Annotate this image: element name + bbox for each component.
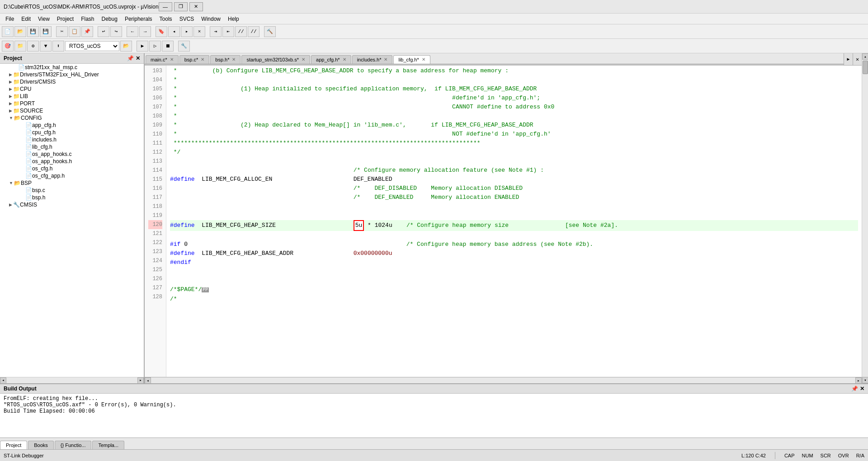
load-button[interactable]: ⬆ xyxy=(52,41,64,52)
scroll-up-button[interactable]: ▴ xyxy=(862,53,868,60)
tab-app-cfg-h[interactable]: app_cfg.h* ✕ xyxy=(311,55,351,64)
tab-main-c[interactable]: main.c* ✕ xyxy=(146,55,179,64)
tab-project[interactable]: Project xyxy=(0,441,27,449)
new-file-button[interactable]: 📄 xyxy=(2,26,14,37)
tree-item-lib[interactable]: ▶ 📁 LIB xyxy=(0,93,144,100)
tree-item-os-app-hooks-h[interactable]: 📄 os_app_hooks.h xyxy=(0,158,144,165)
tab-bsp-c[interactable]: bsp.c* ✕ xyxy=(179,55,210,64)
tab-scroll-right[interactable]: ▶ xyxy=(844,53,853,65)
close-button[interactable]: ✕ xyxy=(189,2,203,11)
menu-flash[interactable]: Flash xyxy=(77,15,98,23)
open-file-button[interactable]: 📂 xyxy=(14,26,26,37)
menu-file[interactable]: File xyxy=(2,15,18,23)
vertical-scrollbar[interactable]: ▴ ▾ xyxy=(862,53,868,383)
tree-item-lib-cfg-h[interactable]: 📄 lib_cfg.h xyxy=(0,143,144,151)
tree-item-drivers-hal[interactable]: ▶ 📁 Drivers/STM32F1xx_HAL_Driver xyxy=(0,71,144,78)
save-file-button[interactable]: 💾 xyxy=(27,26,39,37)
tab-includes-h[interactable]: includes.h* ✕ xyxy=(352,55,393,64)
cut-button[interactable]: ✂ xyxy=(56,26,68,37)
scroll-right-button[interactable]: ▸ xyxy=(137,377,144,384)
menu-view[interactable]: View xyxy=(34,15,53,23)
scroll-left-button[interactable]: ◂ xyxy=(145,377,151,384)
tree-item-stm32[interactable]: 📄 stm32f1xx_hal_msp.c xyxy=(0,64,144,71)
scroll-down-button[interactable]: ▾ xyxy=(862,377,868,383)
tree-item-config[interactable]: ▼ 📂 CONFIG xyxy=(0,114,144,122)
close-icon[interactable]: ✕ xyxy=(302,57,305,62)
copy-button[interactable]: 📋 xyxy=(69,26,80,37)
unindent-button[interactable]: ⇤ xyxy=(222,26,234,37)
target-options-button[interactable]: 🔧 xyxy=(178,41,190,52)
tree-item-os-cfg-h[interactable]: 📄 os_cfg.h xyxy=(0,165,144,172)
project-close-icon[interactable]: ✕ xyxy=(136,55,140,61)
tab-functions[interactable]: {} Functio... xyxy=(55,441,92,449)
tab-templates[interactable]: Templa... xyxy=(92,441,124,449)
tree-item-cmsis-end[interactable]: ▶ 🔧 CMSIS xyxy=(0,201,144,208)
scroll-left-button[interactable]: ◂ xyxy=(0,377,6,384)
settings-button[interactable]: ⚙ xyxy=(27,41,39,52)
manage-button[interactable]: 📂 xyxy=(120,41,132,52)
menu-edit[interactable]: Edit xyxy=(18,15,34,23)
dropdown-arrow-button[interactable]: ▼ xyxy=(40,41,52,52)
close-icon[interactable]: ✕ xyxy=(201,57,204,62)
minimize-button[interactable]: — xyxy=(159,2,172,11)
save-all-button[interactable]: 💾 xyxy=(40,26,52,37)
tab-close-all-button[interactable]: ✕ xyxy=(853,53,862,65)
menu-peripherals[interactable]: Peripherals xyxy=(121,15,156,23)
tree-item-os-cfg-app-h[interactable]: 📄 os_cfg_app.h xyxy=(0,172,144,179)
next-bookmark-button[interactable]: ▸ xyxy=(181,26,193,37)
menu-project[interactable]: Project xyxy=(53,15,77,23)
tab-lib-cfg-h[interactable]: lib_cfg.h* ✕ xyxy=(393,55,430,65)
tree-item-includes-h[interactable]: 📄 includes.h xyxy=(0,136,144,143)
stop-button[interactable]: ⏹ xyxy=(162,41,174,52)
menu-window[interactable]: Window xyxy=(198,15,224,23)
tree-item-port[interactable]: ▶ 📁 PORT xyxy=(0,100,144,107)
build-button[interactable]: 🔨 xyxy=(264,26,276,37)
build-close-icon[interactable]: ✕ xyxy=(860,386,864,392)
scroll-thumb[interactable] xyxy=(863,61,868,74)
maximize-button[interactable]: ❐ xyxy=(174,2,188,11)
bookmark-button[interactable]: 🔖 xyxy=(156,26,167,37)
debug-start-button[interactable]: ▶ xyxy=(137,41,148,52)
nav-back-button[interactable]: ← xyxy=(127,26,138,37)
tree-item-bsp[interactable]: ▼ 📂 BSP xyxy=(0,179,144,187)
target-button[interactable]: 🎯 xyxy=(2,41,14,52)
menu-svcs[interactable]: SVCS xyxy=(176,15,198,23)
tree-item-bsp-c[interactable]: 📄 bsp.c xyxy=(0,187,144,194)
project-pin-icon[interactable]: 📌 xyxy=(127,55,134,61)
tab-bsp-h[interactable]: bsp.h* ✕ xyxy=(210,55,241,64)
close-icon[interactable]: ✕ xyxy=(170,57,174,62)
tree-item-source[interactable]: ▶ 📁 SOURCE xyxy=(0,107,144,114)
menu-tools[interactable]: Tools xyxy=(156,15,176,23)
run-button[interactable]: ▷ xyxy=(149,41,161,52)
tree-item-os-app-hooks-c[interactable]: 📄 os_app_hooks.c xyxy=(0,151,144,158)
heap-size-input[interactable]: 5u xyxy=(354,220,364,231)
project-scrollbar[interactable]: ◂ ▸ xyxy=(0,377,144,383)
build-pin-icon[interactable]: 📌 xyxy=(851,386,858,392)
tab-books[interactable]: Books xyxy=(28,441,54,449)
tree-item-cpu-cfg-h[interactable]: 📄 cpu_cfg.h xyxy=(0,129,144,136)
prev-bookmark-button[interactable]: ◂ xyxy=(168,26,180,37)
target-dropdown[interactable]: RTOS_ucOS xyxy=(65,41,119,51)
tree-item-app-cfg-h[interactable]: 📄 app_cfg.h xyxy=(0,122,144,129)
close-icon[interactable]: ✕ xyxy=(422,57,425,62)
close-icon[interactable]: ✕ xyxy=(384,57,387,62)
code-editor[interactable]: 103 104 105 106 107 108 109 110 111 112 … xyxy=(145,66,862,377)
comment-button[interactable]: // xyxy=(235,26,247,37)
paste-button[interactable]: 📌 xyxy=(81,26,93,37)
scroll-right-button[interactable]: ▸ xyxy=(855,377,862,384)
tree-item-bsp-h[interactable]: 📄 bsp.h xyxy=(0,194,144,201)
close-icon[interactable]: ✕ xyxy=(232,57,236,62)
tree-item-cpu[interactable]: ▶ 📁 CPU xyxy=(0,85,144,93)
horizontal-scrollbar[interactable]: ◂ ▸ xyxy=(145,377,862,383)
close-icon[interactable]: ✕ xyxy=(343,57,346,62)
clear-bookmark-button[interactable]: × xyxy=(193,26,205,37)
uncomment-button[interactable]: // xyxy=(248,26,259,37)
nav-forward-button[interactable]: → xyxy=(139,26,151,37)
undo-button[interactable]: ↩ xyxy=(98,26,109,37)
menu-debug[interactable]: Debug xyxy=(98,15,121,23)
redo-button[interactable]: ↪ xyxy=(110,26,122,37)
project-button[interactable]: 📁 xyxy=(14,41,26,52)
tree-item-drivers-cmsis[interactable]: ▶ 📁 Drivers/CMSIS xyxy=(0,78,144,85)
menu-help[interactable]: Help xyxy=(224,15,243,23)
tab-startup[interactable]: startup_stm32f103xb.s* ✕ xyxy=(241,55,310,64)
